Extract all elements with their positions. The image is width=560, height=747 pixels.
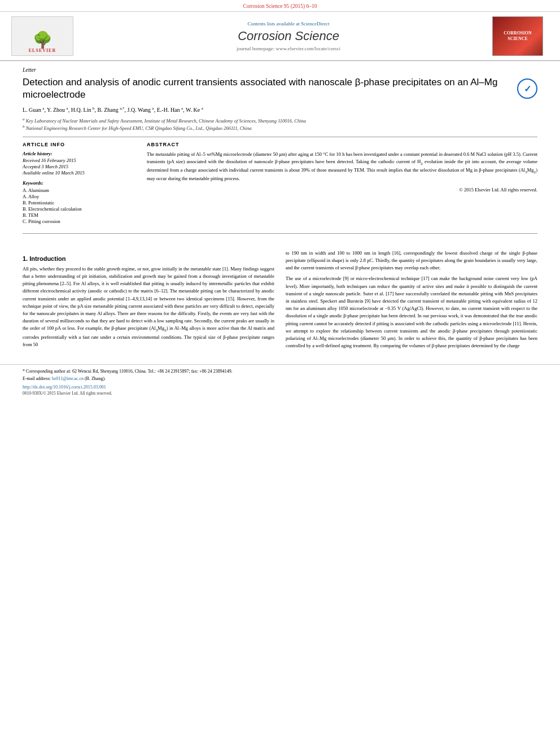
abstract-panel: ABSTRACT The metastable pitting of Al–5 … xyxy=(147,142,537,229)
tree-icon: 🌳 xyxy=(33,32,53,48)
elsevier-logo: 🌳 ELSEVIER xyxy=(11,16,73,56)
keywords-section: Keywords: A. Aluminum A. Alloy B. Potent… xyxy=(23,180,135,224)
section-divider-1 xyxy=(23,137,537,137)
page: Corrosion Science 95 (2015) 6–10 🌳 ELSEV… xyxy=(0,0,560,747)
right-column: to 190 nm in width and 100 to 1000 nm in… xyxy=(286,250,537,353)
intro-para-3: The use of a microelectrode [9] or micro… xyxy=(286,275,537,350)
contents-text: Contents lists available at xyxy=(248,21,301,27)
cover-title-text: CORROSION SCIENCE xyxy=(495,30,540,41)
history-label: Article history: xyxy=(23,151,135,156)
elsevier-label: ELSEVIER xyxy=(29,48,56,53)
keywords-label: Keywords: xyxy=(23,180,135,186)
affiliations: a Key Laboratory of Nuclear Materials an… xyxy=(23,117,537,132)
footer-links: http://dx.doi.org/10.1016/j.corsci.2015.… xyxy=(23,385,537,390)
keyword-4: B. Electrochemical calculation xyxy=(23,206,135,212)
copyright-notice: © 2015 Elsevier Ltd. All rights reserved… xyxy=(147,187,537,193)
abstract-text: The metastable pitting of Al–5 wt%Mg mic… xyxy=(147,151,537,182)
doi-link[interactable]: http://dx.doi.org/10.1016/j.corsci.2015.… xyxy=(23,385,106,390)
journal-cover-area: CORROSION SCIENCE xyxy=(492,16,549,56)
article-title: Detection and analysis of anodic current… xyxy=(23,76,511,101)
body-columns: 1. Introduction All pits, whether they p… xyxy=(23,250,537,353)
keyword-6: C. Pitting corrosion xyxy=(23,219,135,224)
journal-citation: Corrosion Science 95 (2015) 6–10 xyxy=(0,0,560,12)
section-divider-2 xyxy=(23,233,537,234)
keyword-2: A. Alloy xyxy=(23,194,135,199)
page-footer: * Corresponding author at: 62 Wencui Rd,… xyxy=(0,364,560,399)
sciencedirect-label[interactable]: ScienceDirect xyxy=(301,21,329,27)
journal-homepage: journal homepage: www.elsevier.com/locat… xyxy=(85,46,492,51)
intro-para-2: to 190 nm in width and 100 to 1000 nm in… xyxy=(286,250,537,272)
article-info-heading: ARTICLE INFO xyxy=(23,142,135,147)
abstract-heading: ABSTRACT xyxy=(147,142,537,147)
article-history: Article history: Received 16 February 20… xyxy=(23,151,135,176)
article-type: Letter xyxy=(23,67,537,73)
sciencedirect-link[interactable]: Contents lists available at ScienceDirec… xyxy=(85,21,492,27)
journal-title-area: Contents lists available at ScienceDirec… xyxy=(85,21,492,51)
issn-notice: 0010-938X/© 2015 Elsevier Ltd. All right… xyxy=(23,391,537,396)
article-header: Letter Detection and analysis of anodic … xyxy=(0,61,560,244)
crossmark-badge: ✓ xyxy=(517,78,537,99)
publisher-logo-area: 🌳 ELSEVIER xyxy=(11,16,85,56)
article-info-panel: ARTICLE INFO Article history: Received 1… xyxy=(23,142,135,229)
author-list: L. Guan a, Y. Zhou a, H.Q. Lin b, B. Zha… xyxy=(23,106,537,114)
corresponding-footnote: * Corresponding author at: 62 Wencui Rd,… xyxy=(23,368,537,374)
accepted-date: Accepted 3 March 2015 xyxy=(23,164,135,169)
citation-text: Corrosion Science 95 (2015) 6–10 xyxy=(243,3,317,9)
keyword-1: A. Aluminum xyxy=(23,187,135,193)
intro-heading: 1. Introduction xyxy=(23,255,274,262)
affiliation-a: a Key Laboratory of Nuclear Materials an… xyxy=(23,117,537,125)
crossmark-area: ✓ xyxy=(517,78,537,99)
available-date: Available online 10 March 2015 xyxy=(23,170,135,176)
affiliation-b: b National Engineering Research Center f… xyxy=(23,124,537,132)
left-column: 1. Introduction All pits, whether they p… xyxy=(23,250,274,353)
received-date: Received 16 February 2015 xyxy=(23,158,135,163)
email-footnote: E-mail address: bz011@imr.ac.cn (B. Zhan… xyxy=(23,375,537,382)
intro-para-1: All pits, whether they proceed to the st… xyxy=(23,265,274,348)
keyword-5: B. TEM xyxy=(23,212,135,218)
article-body: 1. Introduction All pits, whether they p… xyxy=(0,244,560,359)
email-link[interactable]: bz011@imr.ac.cn xyxy=(52,376,84,381)
info-abstract-section: ARTICLE INFO Article history: Received 1… xyxy=(23,142,537,229)
journal-name: Corrosion Science xyxy=(85,29,492,43)
journal-cover-image: CORROSION SCIENCE xyxy=(492,16,543,56)
journal-header: 🌳 ELSEVIER Contents lists available at S… xyxy=(0,12,560,61)
keyword-3: B. Potentiostatic xyxy=(23,200,135,206)
